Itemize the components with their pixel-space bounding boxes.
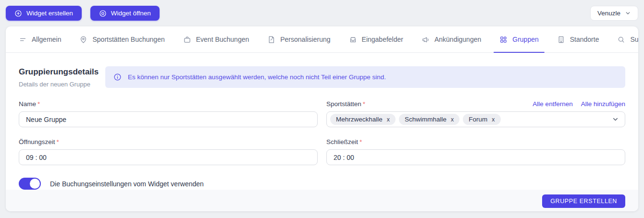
closing-time-field-group: Schließzeit* <box>326 138 625 165</box>
page-icon <box>267 36 275 44</box>
chip-label: Forum <box>469 116 487 123</box>
toggle-knob <box>30 179 40 189</box>
tab-label: Suche <box>630 36 638 43</box>
widget-settings-toggle-row: Die Buchungseinstellungen vom Widget ver… <box>19 178 625 190</box>
eye-icon <box>99 10 107 17</box>
open-widget-label: Widget öffnen <box>111 10 151 17</box>
venues-field-group: Sportstätten* Alle entfernen Alle hinzuf… <box>326 100 625 127</box>
name-field-group: Name* <box>19 100 318 127</box>
tab-personalisierung[interactable]: Personalisierung <box>267 26 330 52</box>
tab-label: Ankündigungen <box>434 36 481 43</box>
closing-time-label: Schließzeit* <box>326 138 362 145</box>
tab-label: Sportstätten Buchungen <box>92 36 164 43</box>
page-subtitle: Details der neuen Gruppe <box>19 81 93 88</box>
search-icon <box>617 36 625 44</box>
tab-eingabefelder[interactable]: Eingabefelder <box>349 26 403 52</box>
card-footer: GRUPPE ERSTELLEN <box>6 190 638 211</box>
settings-card: Allgemein Sportstätten Buchungen Event B… <box>6 26 638 211</box>
create-widget-button[interactable]: Widget erstellen <box>6 6 82 21</box>
tab-event-buchungen[interactable]: Event Buchungen <box>183 26 249 52</box>
required-asterisk: * <box>57 138 59 145</box>
venues-label: Sportstätten* <box>326 100 365 108</box>
opening-time-input[interactable] <box>19 149 318 165</box>
chevron-down-icon <box>612 116 619 123</box>
plus-circle-icon <box>14 10 22 17</box>
tab-sportstaetten-buchungen[interactable]: Sportstätten Buchungen <box>79 26 164 52</box>
list-icon <box>19 36 27 44</box>
tab-gruppen[interactable]: Gruppen <box>499 26 538 52</box>
tab-content-gruppen: Gruppierungsdetails Details der neuen Gr… <box>6 53 638 190</box>
topbar: Widget erstellen Widget öffnen Venuzle <box>0 0 644 26</box>
opening-time-label: Öffnungszeit* <box>19 138 59 145</box>
tab-label: Standorte <box>570 36 599 43</box>
toggle-label: Die Buchungseinstellungen vom Widget ver… <box>50 180 204 188</box>
chip-label: Schwimmhalle <box>405 116 446 123</box>
tab-ankuendigungen[interactable]: Ankündigungen <box>421 26 481 52</box>
grid-icon <box>499 36 508 44</box>
required-asterisk: * <box>363 100 365 108</box>
name-label: Name* <box>19 100 40 108</box>
tab-label: Eingabefelder <box>362 36 403 43</box>
chip-remove-icon[interactable]: x <box>492 116 495 123</box>
tab-standorte[interactable]: Standorte <box>557 26 599 52</box>
tab-suche[interactable]: Suche <box>617 26 638 52</box>
tab-label: Personalisierung <box>280 36 330 43</box>
chip-remove-icon[interactable]: x <box>451 116 454 123</box>
tab-label: Allgemein <box>32 36 61 43</box>
account-label: Venuzle <box>597 10 620 17</box>
required-asterisk: * <box>359 138 362 145</box>
info-banner-text: Es können nur Sportstätten ausgewählt we… <box>128 73 386 81</box>
use-widget-settings-toggle[interactable] <box>19 178 41 190</box>
closing-time-input[interactable] <box>326 149 625 165</box>
tab-label: Gruppen <box>512 36 538 43</box>
group-form: Name* Sportstätten* Alle entfernen Alle … <box>19 100 625 165</box>
info-banner: Es können nur Sportstätten ausgewählt we… <box>105 66 625 88</box>
briefcase-icon <box>183 36 191 44</box>
map-pin-icon <box>79 36 87 44</box>
chevron-down-icon <box>625 10 631 16</box>
building-icon <box>557 36 565 44</box>
create-widget-label: Widget erstellen <box>26 10 73 17</box>
name-input[interactable] <box>19 111 318 127</box>
venue-chip[interactable]: Mehrzweckhalle x <box>330 114 396 125</box>
venue-chip[interactable]: Forum x <box>463 114 500 125</box>
required-asterisk: * <box>37 100 40 108</box>
page-title: Gruppierungsdetails <box>19 67 93 77</box>
remove-all-link[interactable]: Alle entfernen <box>533 100 572 108</box>
add-all-link[interactable]: Alle hinzufügen <box>581 100 625 108</box>
info-icon <box>113 73 122 81</box>
venues-multiselect[interactable]: Mehrzweckhalle x Schwimmhalle x Forum x <box>326 111 625 127</box>
venue-chip[interactable]: Schwimmhalle x <box>399 114 459 125</box>
tabbar: Allgemein Sportstätten Buchungen Event B… <box>6 26 638 53</box>
tab-label: Event Buchungen <box>196 36 249 43</box>
tab-allgemein[interactable]: Allgemein <box>19 26 61 52</box>
inbox-icon <box>349 36 357 44</box>
chip-label: Mehrzweckhalle <box>336 116 383 123</box>
create-group-button[interactable]: GRUPPE ERSTELLEN <box>542 194 625 208</box>
account-dropdown[interactable]: Venuzle <box>590 6 638 21</box>
opening-time-field-group: Öffnungszeit* <box>19 138 318 165</box>
open-widget-button[interactable]: Widget öffnen <box>90 6 160 21</box>
megaphone-icon <box>421 36 430 44</box>
chip-remove-icon[interactable]: x <box>387 116 390 123</box>
